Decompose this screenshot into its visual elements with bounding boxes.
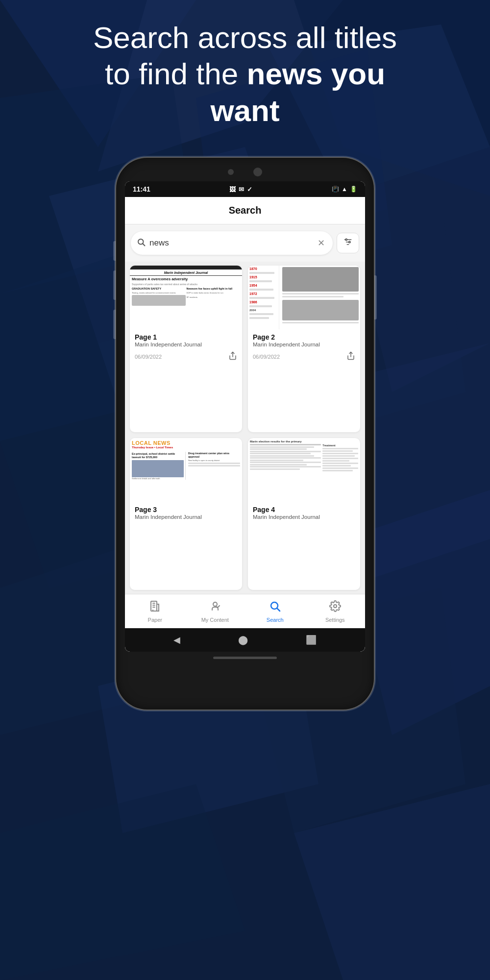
photo-icon: 🖼 <box>229 186 236 193</box>
hero-title: Search across all titles to find the new… <box>29 20 461 129</box>
status-right-icons: 📳 ▲ 🔋 <box>332 186 357 193</box>
recent-button[interactable]: ⬜ <box>306 635 317 645</box>
phone-screen: 11:41 🖼 ✉ ✓ 📳 ▲ 🔋 Search <box>125 181 365 652</box>
front-sensor <box>228 169 234 175</box>
gmail-icon: ✉ <box>239 186 244 193</box>
settings-icon <box>329 600 341 615</box>
result-card-1-body: Page 1 Marin Independent Journal 06/09/2… <box>130 329 242 366</box>
android-nav-bar: ◀ ⬤ ⬜ <box>125 628 365 652</box>
result-footer-2: 06/09/2022 <box>253 351 355 362</box>
svg-point-20 <box>138 239 144 245</box>
result-card-2-image: 1870 1915 1954 1972 1986 2004 <box>248 266 360 329</box>
result-card-2[interactable]: 1870 1915 1954 1972 1986 2004 <box>248 266 360 432</box>
result-card-1-image: Marin Independent Journal Measure A over… <box>130 266 242 329</box>
result-card-4-body: Page 4 Marin Independent Journal <box>248 502 360 524</box>
check-icon: ✓ <box>247 186 252 193</box>
search-bar[interactable]: news ✕ <box>131 231 333 255</box>
volume-down-button[interactable] <box>113 270 116 300</box>
hero-section: Search across all titles to find the new… <box>0 20 490 129</box>
result-date-2: 06/09/2022 <box>253 354 280 360</box>
svg-line-21 <box>143 244 145 245</box>
search-clear-button[interactable]: ✕ <box>316 238 327 248</box>
result-source-2: Marin Independent Journal <box>253 342 355 347</box>
home-indicator[interactable] <box>213 657 277 659</box>
phone-outer: 11:41 🖼 ✉ ✓ 📳 ▲ 🔋 Search <box>115 157 375 710</box>
nav-item-paper[interactable]: Paper <box>125 594 185 628</box>
power-button[interactable] <box>374 275 377 319</box>
svg-point-31 <box>271 602 278 609</box>
nav-label-mycontent: My Content <box>201 617 229 623</box>
svg-point-25 <box>345 239 347 240</box>
result-card-2-body: Page 2 Marin Independent Journal 06/09/2… <box>248 329 360 366</box>
search-nav-icon <box>269 600 281 615</box>
status-time: 11:41 <box>133 185 150 193</box>
status-left-icons: 🖼 ✉ ✓ <box>229 186 252 193</box>
result-card-1[interactable]: Marin Independent Journal Measure A over… <box>130 266 242 432</box>
nav-label-paper: Paper <box>148 617 162 623</box>
result-card-3[interactable]: LOCAL NEWS Thursday Issue • Local Times … <box>130 438 242 590</box>
paper-icon <box>149 600 161 615</box>
bottom-nav: Paper My Content <box>125 594 365 628</box>
front-camera-area <box>228 158 262 181</box>
front-camera <box>253 168 262 176</box>
mycontent-icon <box>209 600 221 615</box>
status-bar: 11:41 🖼 ✉ ✓ 📳 ▲ 🔋 <box>125 181 365 197</box>
home-button[interactable]: ⬤ <box>238 635 248 645</box>
svg-point-33 <box>334 605 337 608</box>
result-card-4[interactable]: Marin election results for the primary <box>248 438 360 590</box>
nav-label-settings: Settings <box>325 617 345 623</box>
result-card-3-image: LOCAL NEWS Thursday Issue • Local Times … <box>130 438 242 502</box>
vibrate-icon: 📳 <box>332 186 339 193</box>
back-button[interactable]: ◀ <box>173 635 180 645</box>
camera-button[interactable] <box>113 310 116 339</box>
result-source-1: Marin Independent Journal <box>135 342 237 347</box>
result-page-1-title: Page 1 <box>135 333 237 341</box>
result-page-4-title: Page 4 <box>253 506 355 514</box>
search-filter-button[interactable] <box>337 233 359 253</box>
nav-label-search: Search <box>267 617 284 623</box>
results-grid: Marin Independent Journal Measure A over… <box>125 262 365 594</box>
nav-item-mycontent[interactable]: My Content <box>185 594 245 628</box>
share-button-2[interactable] <box>346 351 355 362</box>
svg-point-26 <box>349 241 350 243</box>
nav-item-search[interactable]: Search <box>245 594 305 628</box>
app-header: Search <box>125 197 365 224</box>
result-card-3-body: Page 3 Marin Independent Journal <box>130 502 242 524</box>
battery-icon: 🔋 <box>350 186 357 193</box>
result-date-1: 06/09/2022 <box>135 354 162 360</box>
wifi-icon: ▲ <box>342 186 347 193</box>
svg-line-32 <box>277 609 280 611</box>
result-page-3-title: Page 3 <box>135 506 237 514</box>
share-button-1[interactable] <box>228 351 237 362</box>
result-page-2-title: Page 2 <box>253 333 355 341</box>
volume-up-button[interactable] <box>113 241 116 261</box>
search-area: news ✕ <box>125 224 365 262</box>
result-footer-1: 06/09/2022 <box>135 351 237 362</box>
result-source-4: Marin Independent Journal <box>253 514 355 520</box>
result-card-4-image: Marin election results for the primary <box>248 438 360 502</box>
app-header-title: Search <box>133 205 357 216</box>
phone-frame: 11:41 🖼 ✉ ✓ 📳 ▲ 🔋 Search <box>115 157 375 710</box>
search-input[interactable]: news <box>149 238 312 248</box>
result-source-3: Marin Independent Journal <box>135 514 237 520</box>
svg-point-30 <box>213 602 217 606</box>
search-magnifier-icon <box>137 238 146 249</box>
nav-item-settings[interactable]: Settings <box>305 594 366 628</box>
